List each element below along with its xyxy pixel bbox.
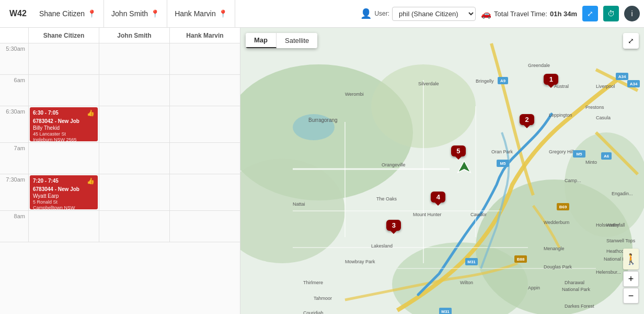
time-col-header (0, 28, 29, 43)
street-view-button[interactable]: 🚶 (623, 249, 639, 270)
zoom-out-button[interactable]: − (623, 288, 639, 304)
job-card-1-header: 6:30 - 7:05 👍 (33, 109, 95, 118)
svg-text:Stanwell Tops: Stanwell Tops (606, 238, 636, 243)
timer-icon: ⏱ (607, 9, 615, 18)
job-2-name: Wyatt Earp (33, 193, 95, 199)
marker-label-5: 5 (456, 147, 460, 155)
job-card-2-header: 7:20 - 7:45 👍 (33, 177, 95, 186)
svg-text:Engadin...: Engadin... (612, 191, 633, 196)
job-1-address: 45 Lancaster St (33, 131, 95, 138)
map-marker-3[interactable]: 3 (386, 220, 401, 231)
time-row-530: 5:30am (0, 43, 240, 75)
job-card-2[interactable]: 7:20 - 7:45 👍 6783044 - New Job Wyatt Ea… (30, 175, 98, 209)
svg-text:Couridjah: Couridjah (303, 310, 324, 314)
map-marker-1[interactable]: 1 (544, 74, 558, 85)
marker-bubble-4: 4 (431, 192, 445, 203)
job-2-suburb: Campbelltown NSW (33, 205, 95, 209)
svg-text:A34: A34 (618, 74, 626, 79)
svg-text:A6: A6 (604, 154, 610, 159)
map-tabs: Map Satellite (246, 33, 317, 48)
person-name-john: John Smith (111, 9, 148, 18)
calendar-header: Shane Citizen John Smith Hank Marvin (0, 28, 240, 43)
svg-text:National Park: National Park (562, 287, 591, 292)
user-control: 👤 User: phil (Shane Citizen) (360, 7, 476, 21)
zoom-controls: + − (623, 271, 639, 304)
svg-text:Tahmoor: Tahmoor (314, 296, 332, 301)
main-content: Shane Citizen John Smith Hank Marvin 5:3… (0, 28, 644, 314)
header: W42 Shane Citizen 📍 John Smith 📍 Hank Ma… (0, 0, 644, 28)
person-name-hank: Hank Marvin (175, 9, 216, 18)
col-john: John Smith (99, 28, 170, 43)
svg-text:Mowbray Park: Mowbray Park (345, 259, 375, 264)
svg-text:Nattai: Nattai (293, 201, 305, 207)
time-6: 6am (0, 75, 29, 106)
thumbs-up-icon-2: 👍 (87, 177, 95, 186)
cell-530-shane (29, 43, 99, 74)
cell-730-john (99, 174, 170, 210)
map-fullscreen-button[interactable]: ⤢ (623, 33, 639, 49)
svg-text:Greendale: Greendale (528, 63, 550, 68)
map-background: Burragorang Werombi Silverdale Greendale… (240, 28, 644, 314)
person-john[interactable]: John Smith 📍 (104, 0, 167, 27)
timer-button[interactable]: ⏱ (603, 6, 619, 21)
svg-text:Darkes Forest: Darkes Forest (565, 304, 594, 309)
travel-value: 01h 34m (550, 10, 577, 18)
time-row-7: 7am (0, 143, 240, 174)
cell-6-john (99, 75, 170, 106)
time-row-730: 7:30am 7:20 - 7:45 👍 6783044 - New Job W… (0, 174, 240, 211)
job-1-time: 6:30 - 7:05 (33, 109, 59, 116)
svg-text:Werombi: Werombi (345, 92, 364, 97)
info-button[interactable]: i (624, 6, 640, 21)
green-arrow-icon (457, 160, 472, 175)
map-container[interactable]: Burragorang Werombi Silverdale Greendale… (240, 28, 644, 314)
svg-text:M5: M5 (576, 152, 582, 156)
cell-7-hank (170, 143, 240, 174)
time-530: 5:30am (0, 43, 29, 74)
expand-icon: ⤢ (587, 9, 593, 18)
zoom-in-button[interactable]: + (623, 271, 639, 287)
cell-730-shane: 7:20 - 7:45 👍 6783044 - New Job Wyatt Ea… (29, 174, 99, 210)
svg-text:Casula: Casula (596, 115, 611, 120)
person-hank[interactable]: Hank Marvin 📍 (167, 0, 235, 27)
info-icon: i (631, 9, 632, 18)
svg-text:Waterfall: Waterfall (606, 222, 625, 228)
car-icon: 🚗 (481, 9, 491, 19)
marker-label-4: 4 (436, 193, 440, 201)
map-marker-4[interactable]: 4 (431, 192, 445, 203)
location-icon-john: 📍 (151, 9, 159, 18)
svg-text:Burragorang: Burragorang (308, 117, 338, 123)
expand-button[interactable]: ⤢ (582, 6, 598, 21)
svg-text:Helensbur...: Helensbur... (596, 270, 621, 275)
header-controls: 👤 User: phil (Shane Citizen) 🚗 Total Tra… (360, 6, 640, 21)
svg-text:Cawdor: Cawdor (470, 212, 487, 217)
user-select[interactable]: phil (Shane Citizen) (392, 7, 476, 21)
cell-7-john (99, 143, 170, 174)
tab-satellite[interactable]: Satellite (277, 33, 317, 48)
job-2-number: 6783044 - New Job (33, 186, 95, 193)
svg-text:M31: M31 (441, 309, 450, 314)
time-row-8: 8am (0, 211, 240, 242)
svg-text:Appin: Appin (528, 285, 540, 290)
cell-8-hank (170, 211, 240, 242)
cell-530-john (99, 43, 170, 74)
cell-6-hank (170, 75, 240, 106)
map-marker-5[interactable]: 5 (451, 145, 466, 156)
time-730: 7:30am (0, 174, 29, 210)
job-card-1[interactable]: 6:30 - 7:05 👍 6783042 - New Job Billy Th… (30, 107, 98, 141)
svg-text:Minto: Minto (585, 160, 597, 165)
time-630: 6:30am (0, 106, 29, 142)
svg-text:Menangle: Menangle (544, 246, 565, 251)
svg-text:Prestons: Prestons (585, 105, 604, 110)
cell-6-shane (29, 75, 99, 106)
tab-map[interactable]: Map (246, 33, 277, 48)
travel-label: Total Travel Time: (494, 10, 547, 18)
job-2-address: 5 Ronald St (33, 199, 95, 206)
person-shane[interactable]: Shane Citizen 📍 (32, 0, 104, 27)
svg-text:Thirlmere: Thirlmere (303, 280, 323, 285)
map-marker-2[interactable]: 2 (520, 114, 534, 125)
thumbs-up-icon-1: 👍 (87, 109, 95, 118)
cell-630-shane: 6:30 - 7:05 👍 6783042 - New Job Billy Th… (29, 106, 99, 142)
time-row-6: 6am (0, 75, 240, 106)
marker-bubble-1: 1 (544, 74, 558, 85)
svg-text:The Oaks: The Oaks (376, 196, 397, 201)
